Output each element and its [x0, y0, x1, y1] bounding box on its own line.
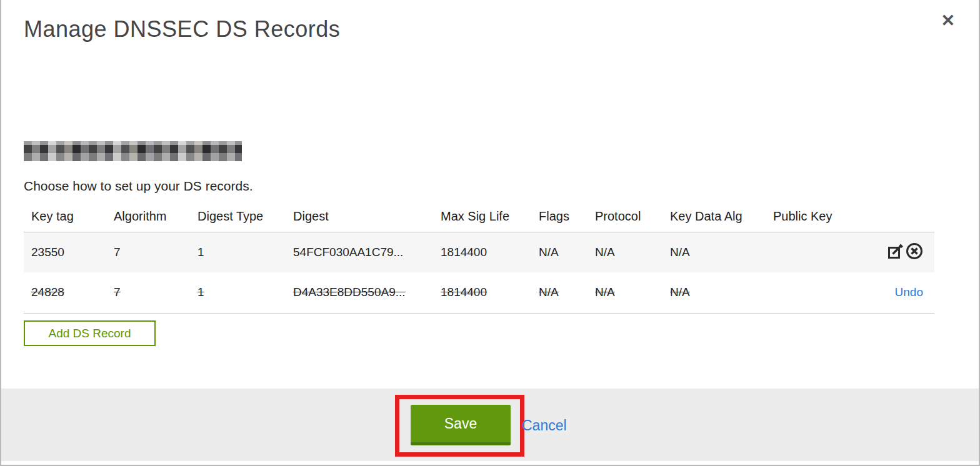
delete-icon-glyph — [906, 242, 923, 260]
save-button[interactable]: Save — [411, 405, 511, 445]
col-header-flags: Flags — [531, 206, 588, 232]
cell-public-key — [766, 232, 853, 272]
cell-digest-type: 1 — [190, 232, 286, 272]
col-header-key-tag: Key tag — [24, 206, 106, 232]
domain-name-redacted — [24, 141, 242, 161]
undo-link[interactable]: Undo — [895, 285, 923, 299]
cancel-link[interactable]: Cancel — [522, 417, 567, 434]
cell-flags: N/A — [531, 272, 588, 313]
row-actions: Undo — [853, 272, 934, 313]
cell-algorithm: 7 — [106, 272, 190, 313]
cell-key-data-alg: N/A — [662, 272, 766, 313]
col-header-actions — [853, 206, 934, 232]
table-header-row: Key tag Algorithm Digest Type Digest Max… — [24, 206, 934, 232]
manage-dnssec-dialog: Manage DNSSEC DS Records ✕ Choose how to… — [0, 0, 980, 466]
edit-icon-glyph — [888, 243, 904, 260]
cell-key-data-alg: N/A — [662, 232, 766, 272]
col-header-protocol: Protocol — [588, 206, 662, 232]
table-row-marked-deleted: 24828 7 1 D4A33E8DD550A9... 1814400 N/A … — [24, 272, 934, 313]
cell-digest: 54FCF030AA1C79... — [286, 232, 433, 272]
cell-max-sig-life: 1814400 — [433, 232, 531, 272]
col-header-max-sig-life: Max Sig Life — [433, 206, 531, 232]
edit-icon[interactable] — [888, 243, 904, 262]
page-title: Manage DNSSEC DS Records — [24, 16, 340, 42]
row-actions — [853, 232, 934, 272]
dialog-footer: Save Cancel — [1, 389, 979, 461]
add-ds-record-button[interactable]: Add DS Record — [24, 320, 156, 346]
instruction-text: Choose how to set up your DS records. — [24, 179, 253, 194]
cell-protocol: N/A — [588, 272, 662, 313]
col-header-public-key: Public Key — [766, 206, 853, 232]
col-header-algorithm: Algorithm — [106, 206, 190, 232]
table-row: 23550 7 1 54FCF030AA1C79... 1814400 N/A … — [24, 232, 934, 272]
delete-icon[interactable] — [906, 242, 923, 262]
cell-key-tag: 23550 — [24, 232, 106, 272]
cell-protocol: N/A — [588, 232, 662, 272]
cell-flags: N/A — [531, 232, 588, 272]
close-icon[interactable]: ✕ — [941, 12, 955, 29]
col-header-digest: Digest — [286, 206, 433, 232]
col-header-digest-type: Digest Type — [190, 206, 286, 232]
cell-max-sig-life: 1814400 — [433, 272, 531, 313]
cell-public-key — [766, 272, 853, 313]
cell-key-tag: 24828 — [24, 272, 106, 313]
cell-digest: D4A33E8DD550A9... — [286, 272, 433, 313]
col-header-key-data-alg: Key Data Alg — [662, 206, 766, 232]
cell-digest-type: 1 — [190, 272, 286, 313]
ds-records-table: Key tag Algorithm Digest Type Digest Max… — [24, 206, 934, 314]
cell-algorithm: 7 — [106, 232, 190, 272]
